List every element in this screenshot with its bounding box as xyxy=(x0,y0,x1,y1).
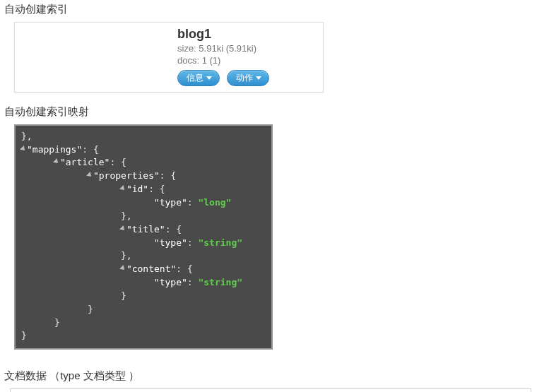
code-line: "mappings": { xyxy=(21,143,266,157)
code-line: "properties": { xyxy=(21,170,266,183)
code-line: "article": { xyxy=(21,156,266,170)
code-line: }, xyxy=(21,249,266,263)
code-line: "type": "long" xyxy=(21,196,266,210)
chevron-down-icon xyxy=(206,76,212,80)
index-card: blog1 size: 5.91ki (5.91ki) docs: 1 (1) … xyxy=(14,22,324,93)
heading-auto-create-index: 自动创建索引 xyxy=(4,3,537,16)
index-size: size: 5.91ki (5.91ki) xyxy=(177,43,317,55)
code-line: "content": { xyxy=(21,263,266,276)
collapse-toggle-icon[interactable] xyxy=(119,225,126,232)
info-button-label: 信息 xyxy=(187,72,203,84)
code-line: } xyxy=(21,303,266,316)
chevron-down-icon xyxy=(256,76,261,80)
collapse-toggle-icon[interactable] xyxy=(119,185,126,192)
code-line: "type": "string" xyxy=(21,276,266,290)
heading-doc-data: 文档数据 （type 文档类型 ） xyxy=(4,369,537,383)
action-button-label: 动作 xyxy=(236,72,253,84)
collapse-toggle-icon[interactable] xyxy=(119,265,126,272)
code-line: }, xyxy=(21,210,266,223)
index-name: blog1 xyxy=(177,27,317,42)
code-line: "id": { xyxy=(21,183,266,196)
collapse-toggle-icon[interactable] xyxy=(53,159,60,166)
code-line: "title": { xyxy=(21,223,266,237)
collapse-toggle-icon[interactable] xyxy=(20,145,27,153)
code-line: } xyxy=(21,316,266,330)
query-result-panel: 查询 5 个分片中用的 5 个. 1 命中. 耗时 0.328 秒 _index… xyxy=(10,388,531,392)
action-button[interactable]: 动作 xyxy=(227,70,269,86)
collapse-toggle-icon[interactable] xyxy=(86,172,93,179)
mapping-code-block: },"mappings": { "article": { "properties… xyxy=(14,124,273,350)
index-docs: docs: 1 (1) xyxy=(177,55,317,67)
code-line: "type": "string" xyxy=(21,237,266,250)
query-summary: 查询 5 个分片中用的 5 个. 1 命中. 耗时 0.328 秒 xyxy=(11,389,531,392)
code-line: }, xyxy=(21,130,266,143)
info-button[interactable]: 信息 xyxy=(177,70,220,86)
code-line: } xyxy=(21,329,266,343)
heading-auto-create-mapping: 自动创建索引映射 xyxy=(4,105,537,119)
code-line: } xyxy=(21,290,266,303)
